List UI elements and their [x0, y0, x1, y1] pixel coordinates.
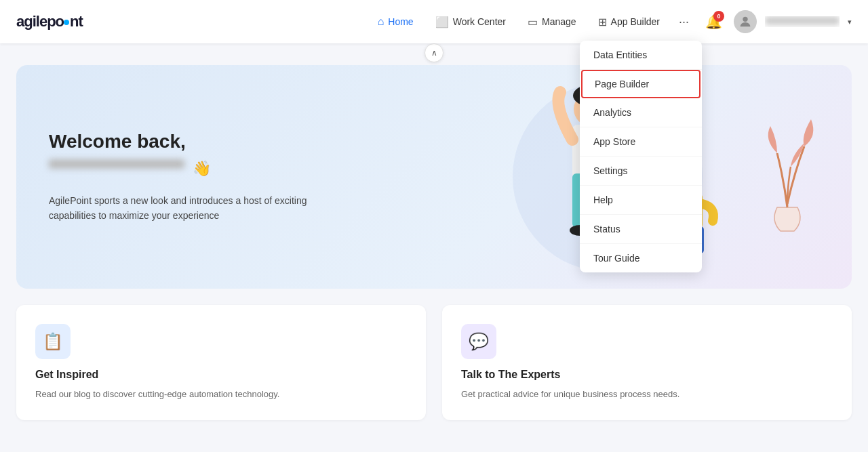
nav-app-builder[interactable]: ⊞ App Builder — [589, 10, 669, 34]
home-icon: ⌂ — [378, 16, 384, 28]
wave-emoji: 👋 — [193, 160, 211, 177]
card-desc-inspired: Read our blog to discover cutting-edge a… — [35, 388, 407, 401]
user-name — [765, 16, 840, 27]
hero-banner: Welcome back, 👋 AgilePoint sports a new … — [16, 65, 852, 289]
card-title-inspired: Get Inspired — [35, 369, 407, 381]
dropdown-item-app-store[interactable]: App Store — [580, 127, 702, 157]
dropdown-item-status[interactable]: Status — [580, 215, 702, 244]
user-menu-chevron[interactable]: ▾ — [848, 18, 852, 26]
nav-work-center[interactable]: ⬜ Work Center — [426, 10, 515, 34]
doc-icon: 📋 — [43, 332, 63, 351]
logo: agilepont — [16, 13, 83, 30]
card-title-experts: Talk to The Experts — [461, 369, 833, 381]
main-nav: ⌂ Home ⬜ Work Center ▭ Manage ⊞ App Buil… — [368, 9, 696, 35]
card-icon-experts: 💬 — [461, 324, 496, 359]
notification-badge: 0 — [713, 11, 724, 22]
nav-manage[interactable]: ▭ Manage — [518, 10, 586, 34]
nav-home-label: Home — [388, 16, 413, 27]
decorative-plant — [757, 99, 818, 234]
hero-description: AgilePoint sports a new look and introdu… — [49, 193, 334, 224]
card-icon-inspired: 📋 — [35, 324, 71, 359]
avatar[interactable] — [734, 10, 757, 33]
card-talk-experts[interactable]: 💬 Talk to The Experts Get practical advi… — [442, 305, 852, 420]
nav-app-builder-label: App Builder — [611, 16, 660, 27]
briefcase-icon: ▭ — [528, 16, 538, 28]
nav-manage-label: Manage — [542, 16, 576, 27]
nav-work-center-label: Work Center — [453, 16, 506, 27]
hero-text: Welcome back, 👋 AgilePoint sports a new … — [49, 131, 334, 224]
header: agilepont ⌂ Home ⬜ Work Center ▭ Manage … — [0, 0, 868, 43]
nav-more-label: ··· — [679, 15, 689, 29]
collapse-button[interactable]: ∧ — [425, 43, 443, 62]
welcome-text: Welcome back, — [49, 131, 186, 152]
hero-username-row: 👋 — [49, 159, 334, 182]
dropdown-item-settings[interactable]: Settings — [580, 157, 702, 186]
monitor-icon: ⬜ — [435, 16, 449, 28]
dropdown-item-help[interactable]: Help — [580, 186, 702, 215]
collapse-icon: ∧ — [431, 48, 437, 58]
hero-username-blurred — [49, 159, 184, 169]
nav-more-button[interactable]: ··· — [672, 9, 696, 35]
card-desc-experts: Get practical advice for unique business… — [461, 388, 833, 401]
dropdown-item-page-builder[interactable]: Page Builder — [581, 70, 701, 98]
svg-point-0 — [743, 17, 747, 22]
dropdown-item-data-entities[interactable]: Data Entities — [580, 41, 702, 70]
nav-home[interactable]: ⌂ Home — [368, 10, 423, 33]
chat-icon: 💬 — [469, 332, 489, 351]
dropdown-item-tour-guide[interactable]: Tour Guide — [580, 244, 702, 272]
header-right: 🔔 0 ▾ — [701, 9, 852, 34]
cards-row: 📋 Get Inspired Read our blog to discover… — [16, 305, 852, 420]
card-get-inspired[interactable]: 📋 Get Inspired Read our blog to discover… — [16, 305, 426, 420]
notification-button[interactable]: 🔔 0 — [701, 9, 726, 34]
grid-icon: ⊞ — [598, 16, 607, 28]
dropdown-menu: Data Entities Page Builder Analytics App… — [580, 41, 702, 272]
dropdown-item-analytics[interactable]: Analytics — [580, 98, 702, 127]
hero-title: Welcome back, — [49, 131, 334, 152]
